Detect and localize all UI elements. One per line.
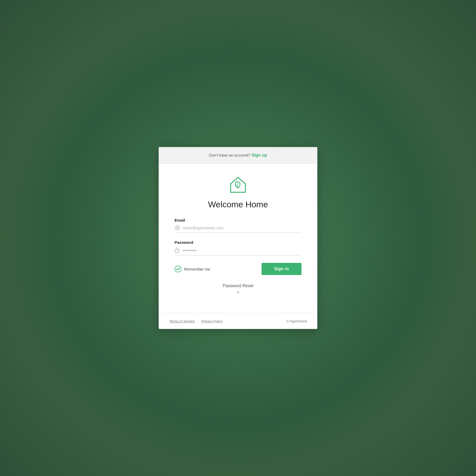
checkbox-checked-icon [175,266,181,272]
email-icon [175,225,180,230]
email-input[interactable] [182,226,301,230]
email-input-wrapper [175,225,301,233]
chevron-down-icon[interactable]: ∨ [175,290,301,295]
email-label: Email [175,218,301,222]
password-input[interactable] [182,248,301,253]
card-body: Welcome Home Email [159,164,317,313]
svg-point-0 [175,226,180,230]
welcome-title: Welcome Home [208,200,268,209]
remember-me-checkbox[interactable]: Remember me [175,266,210,272]
card-footer: Terms of Service Privacy Policy © AgentS… [159,313,317,329]
footer-links: Terms of Service Privacy Policy [169,319,223,323]
copyright-text: © AgentSeed [286,319,307,323]
login-form: Email Password [175,218,301,275]
password-label: Password [175,240,301,245]
card-header: Don't have an account? Sign up [159,147,317,164]
login-card: Don't have an account? Sign up Welcome H… [159,147,317,329]
signup-link[interactable]: Sign up [251,153,267,157]
logo-area: Welcome Home [175,174,301,212]
svg-point-3 [177,251,178,252]
password-reset-section: Password Reset ∨ [175,283,301,295]
terms-of-service-link[interactable]: Terms of Service [169,319,195,323]
password-input-wrapper [175,247,301,255]
signin-button[interactable]: Sign in [262,263,301,275]
password-reset-label[interactable]: Password Reset [175,283,301,288]
remember-me-label: Remember me [184,267,210,271]
svg-point-1 [176,227,178,229]
privacy-policy-link[interactable]: Privacy Policy [201,319,223,323]
actions-row: Remember me Sign in [175,263,301,275]
no-account-text: Don't have an account? [209,153,250,157]
app-logo-icon [227,174,249,195]
lock-icon [175,247,180,253]
email-group: Email [175,218,301,233]
svg-point-4 [175,266,181,272]
password-group: Password [175,240,301,255]
